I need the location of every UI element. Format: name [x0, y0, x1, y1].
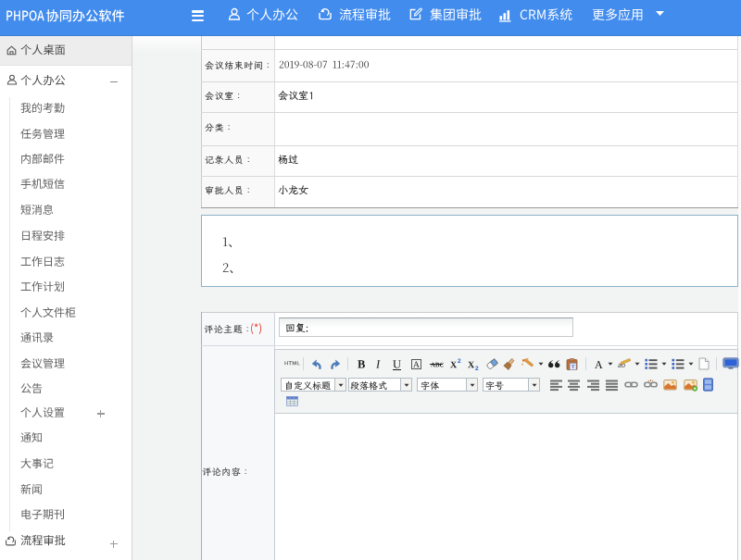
svg-text:T: T — [571, 364, 575, 369]
